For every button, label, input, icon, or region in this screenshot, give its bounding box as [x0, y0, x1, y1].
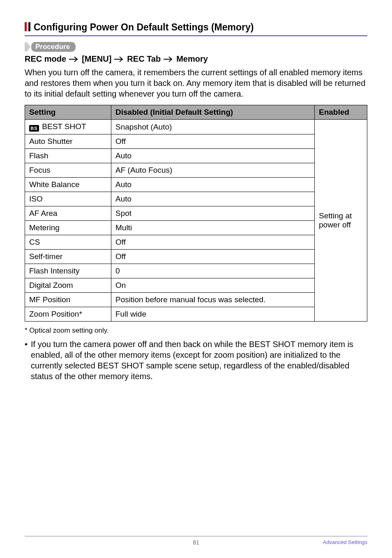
- cell-disabled: Spot: [111, 206, 315, 221]
- arrow-right-icon: [69, 56, 79, 62]
- footer-rule-icon: [25, 536, 367, 537]
- cell-setting: Zoom Position*: [25, 307, 111, 322]
- footer-section: Advanced Settings: [323, 539, 367, 545]
- cell-setting: Focus: [25, 163, 111, 178]
- cell-disabled: Off: [111, 134, 315, 149]
- header-setting: Setting: [25, 105, 111, 120]
- path-step-1: REC mode: [25, 54, 66, 64]
- navigation-path: REC mode [MENU] REC Tab Memory: [25, 54, 367, 64]
- settings-table: Setting Disabled (Initial Default Settin…: [25, 105, 367, 322]
- page-footer: 81 Advanced Settings: [25, 528, 367, 546]
- footnote: * Optical zoom setting only.: [25, 326, 367, 335]
- cell-disabled: AF (Auto Focus): [111, 163, 315, 178]
- cell-disabled: Auto: [111, 178, 315, 192]
- cell-setting: Auto Shutter: [25, 134, 111, 149]
- page-number: 81: [193, 539, 199, 546]
- bs-icon: BS: [29, 125, 39, 132]
- procedure-chip: Procedure: [31, 42, 76, 52]
- cell-disabled: Off: [111, 235, 315, 250]
- cell-disabled: Auto: [111, 192, 315, 206]
- arrow-right-icon: [114, 56, 125, 62]
- cell-disabled: 0: [111, 264, 315, 278]
- cell-setting: ISO: [25, 192, 111, 206]
- cell-disabled: Off: [111, 250, 315, 264]
- cell-disabled: On: [111, 278, 315, 293]
- cell-setting: Flash: [25, 149, 111, 163]
- cell-disabled: Auto: [111, 149, 315, 163]
- cell-enabled: Setting at power off: [315, 120, 367, 322]
- cell-setting: Self-timer: [25, 250, 111, 264]
- cell-setting-text: BEST SHOT: [42, 122, 86, 131]
- header-enabled: Enabled: [315, 105, 367, 120]
- cell-disabled: Position before manual focus was selecte…: [111, 293, 315, 307]
- cell-setting: White Balance: [25, 178, 111, 192]
- heading-marker-black-icon: [28, 22, 30, 31]
- cell-setting: AF Area: [25, 206, 111, 221]
- path-step-3: REC Tab: [127, 54, 161, 64]
- cell-disabled: Snapshot (Auto): [111, 120, 315, 134]
- cell-setting: Digital Zoom: [25, 278, 111, 293]
- cell-setting: Metering: [25, 221, 111, 235]
- heading-text: Configuring Power On Default Settings (M…: [34, 22, 254, 33]
- procedure-arrow-icon: [27, 42, 30, 51]
- heading-marker-red-icon: [25, 22, 27, 31]
- cell-disabled: Full wide: [111, 307, 315, 322]
- path-step-2: [MENU]: [82, 54, 111, 64]
- cell-setting: MF Position: [25, 293, 111, 307]
- cell-setting: CS: [25, 235, 111, 250]
- bullet-text: If you turn the camera power off and the…: [31, 339, 367, 382]
- path-step-4: Memory: [176, 54, 208, 64]
- bullet-item: • If you turn the camera power off and t…: [25, 339, 367, 382]
- header-disabled: Disabled (Initial Default Setting): [111, 105, 315, 120]
- intro-paragraph: When you turn off the camera, it remembe…: [25, 67, 367, 99]
- bullet-dot-icon: •: [25, 339, 28, 382]
- arrow-right-icon: [163, 56, 174, 62]
- section-heading: Configuring Power On Default Settings (M…: [25, 21, 367, 36]
- cell-disabled: Multi: [111, 221, 315, 235]
- cell-setting: BS BEST SHOT: [25, 120, 111, 134]
- table-row: BS BEST SHOT Snapshot (Auto) Setting at …: [25, 120, 367, 134]
- cell-setting: Flash Intensity: [25, 264, 111, 278]
- table-header-row: Setting Disabled (Initial Default Settin…: [25, 105, 367, 120]
- procedure-row: Procedure: [25, 42, 367, 52]
